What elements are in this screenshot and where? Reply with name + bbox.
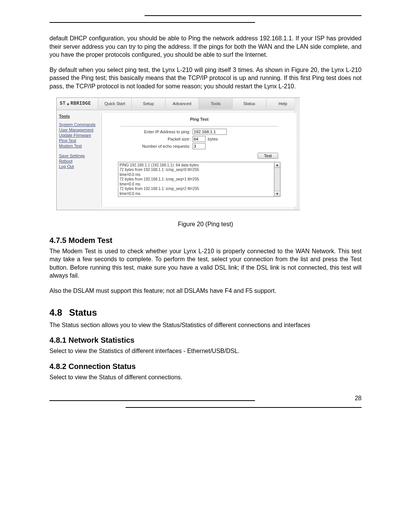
panel-title: Ping Test <box>109 115 290 125</box>
star-icon: ★ <box>66 101 70 107</box>
paragraph: Also the DSLAM must support this feature… <box>49 287 362 295</box>
sidebar-item-modem-test[interactable]: Modem Test <box>59 144 99 148</box>
paragraph: Select to view the Status of different c… <box>49 373 362 382</box>
label-ip: Enter IP Address to ping: <box>109 129 193 134</box>
paragraph: Select to view the Statistics of differe… <box>49 347 362 355</box>
sidebar-item-update-firmware[interactable]: Update Firmware <box>59 133 99 137</box>
heading-network-statistics: 4.8.1 Network Statistics <box>49 336 362 345</box>
sidebar-item-reboot[interactable]: Reboot <box>59 159 99 163</box>
brand-logo: ST★RBRIDGE <box>57 101 98 107</box>
paragraph: The Status section allows you to view th… <box>49 321 362 329</box>
sidebar-item-ping-test[interactable]: Ping Test <box>59 138 99 143</box>
label-packet-size: Packet size: <box>109 137 193 141</box>
sidebar-item-save-settings[interactable]: Save Settings <box>59 153 99 158</box>
scroll-down-icon[interactable]: ▼ <box>274 191 280 197</box>
sidebar-item-system-commands[interactable]: System Commands <box>59 122 99 127</box>
scroll-up-icon[interactable]: ▲ <box>274 162 280 168</box>
tab-status[interactable]: Status <box>232 98 266 109</box>
content-panel: Ping Test Enter IP Address to ping: Pack… <box>102 113 296 207</box>
tab-advanced[interactable]: Advanced <box>165 98 199 109</box>
heading-modem-test: 4.7.5 Modem Test <box>49 236 362 245</box>
packet-size-input[interactable] <box>193 136 206 142</box>
ip-address-input[interactable] <box>193 129 227 135</box>
scroll-track[interactable] <box>274 168 280 191</box>
paragraph: default DHCP configuration, you should b… <box>49 34 362 59</box>
sidebar-item-log-out[interactable]: Log Out <box>59 164 99 169</box>
sidebar-item-user-management[interactable]: User Management <box>59 128 99 132</box>
tab-setup[interactable]: Setup <box>131 98 165 109</box>
heading-status: 4.8Status <box>49 307 362 318</box>
sidebar-title: Tools <box>59 114 99 118</box>
top-nav: Quick Start Setup Advanced Tools Status … <box>98 98 299 109</box>
header-rule-right <box>145 15 362 16</box>
label-bytes: bytes <box>208 137 218 141</box>
divider <box>120 126 278 126</box>
tab-tools[interactable]: Tools <box>199 98 232 109</box>
paragraph: The Modem Test is used to check whether … <box>49 247 362 280</box>
paragraph: By default when you select ping test, th… <box>49 66 362 91</box>
header-rule-left <box>49 22 255 23</box>
test-button[interactable]: Test <box>258 153 278 159</box>
figure-caption: Figure 20 (Ping test) <box>49 221 362 228</box>
router-ui-screenshot: ST★RBRIDGE Quick Start Setup Advanced To… <box>56 97 300 210</box>
tab-quick-start[interactable]: Quick Start <box>98 98 131 109</box>
scrollbar[interactable]: ▲ ▼ <box>274 162 280 197</box>
footer-rule-right <box>126 407 362 408</box>
page-number: 28 <box>49 395 362 402</box>
sidebar: Tools System Commands User Management Up… <box>57 110 102 210</box>
figure-ping-test: ST★RBRIDGE Quick Start Setup Advanced To… <box>56 97 362 210</box>
echo-requests-input[interactable] <box>193 143 206 149</box>
ping-output: PING 192.168.1.1 (192.168.1.1): 64 data … <box>118 162 274 197</box>
heading-connection-status: 4.8.2 Connection Status <box>49 362 362 371</box>
label-echo-requests: Number of echo requests: <box>109 144 193 149</box>
